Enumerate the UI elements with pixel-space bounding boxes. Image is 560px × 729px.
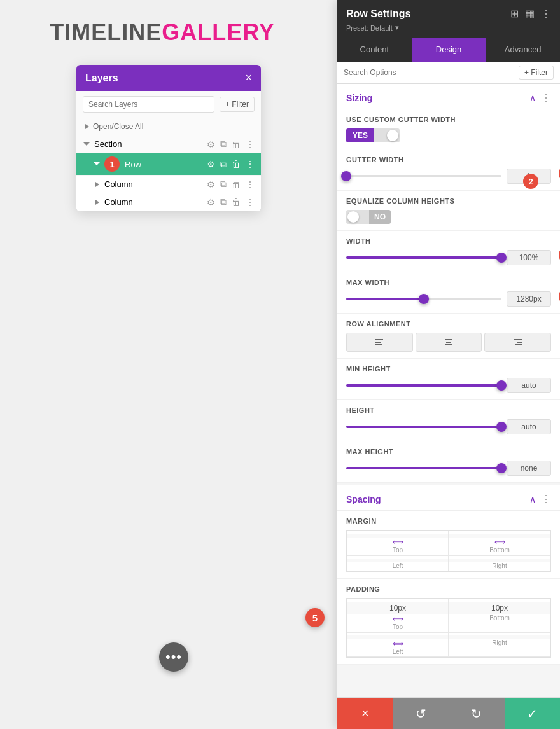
sizing-collapse-icon[interactable]: ∧ xyxy=(529,93,536,103)
layer-item-row[interactable]: 1 Row ⚙ ⧉ 🗑 ⋮ xyxy=(76,153,261,176)
margin-left-cell: Left xyxy=(347,555,449,571)
row-label: Row xyxy=(125,160,207,169)
equalize-toggle[interactable]: NO xyxy=(346,210,551,224)
height-slider-row: auto xyxy=(346,419,551,434)
height-thumb[interactable] xyxy=(496,422,507,432)
spacing-collapse-icon[interactable]: ∧ xyxy=(529,494,536,504)
padding-grid: 10px ⟺ Top 10px Bottom ⟺ Left xyxy=(346,598,551,658)
padding-bottom-value[interactable]: 10px xyxy=(449,602,550,614)
padding-right-cell: Right xyxy=(449,632,550,657)
settings-toolbar: × ↺ ↻ ✓ xyxy=(337,697,560,729)
sizing-more-icon[interactable]: ⋮ xyxy=(541,92,551,104)
undo-button[interactable]: ↺ xyxy=(393,698,449,729)
layers-filter-button[interactable]: + Filter xyxy=(220,97,255,112)
section-label: Section xyxy=(94,139,207,149)
row-copy-icon[interactable]: ⧉ xyxy=(220,159,227,170)
align-center-icon xyxy=(444,337,454,347)
padding-left-cell: ⟺ Left xyxy=(347,632,449,657)
col1-more-icon[interactable]: ⋮ xyxy=(246,179,255,190)
toggle-yes-label: YES xyxy=(346,128,374,142)
max-width-value[interactable]: 1280px xyxy=(507,291,551,307)
align-left-button[interactable] xyxy=(346,333,413,352)
row-delete-icon[interactable]: 🗑 xyxy=(232,159,241,169)
col2-settings-icon[interactable]: ⚙ xyxy=(207,197,215,207)
col1-delete-icon[interactable]: 🗑 xyxy=(232,179,241,190)
delete-icon[interactable]: 🗑 xyxy=(232,139,241,149)
options-search-input[interactable] xyxy=(344,68,515,77)
row-expand-icon xyxy=(93,162,101,168)
custom-gutter-toggle[interactable]: YES xyxy=(346,128,551,142)
layer-item-col2[interactable]: Column ⚙ ⧉ 🗑 ⋮ xyxy=(76,193,261,211)
redo-button[interactable]: ↻ xyxy=(449,698,505,729)
max-height-slider[interactable] xyxy=(346,467,501,469)
layers-close-button[interactable]: × xyxy=(245,71,252,85)
toggle-no-box[interactable] xyxy=(346,210,369,224)
gutter-slider[interactable]: 2 xyxy=(346,175,501,177)
settings-icon[interactable]: ⚙ xyxy=(207,139,215,149)
col2-icons: ⚙ ⧉ 🗑 ⋮ xyxy=(207,197,255,207)
copy-icon[interactable]: ⧉ xyxy=(220,139,227,149)
layers-open-close[interactable]: Open/Close All xyxy=(76,118,261,135)
settings-title-row: Row Settings ⊞ ▦ ⋮ xyxy=(346,8,551,20)
step5-badge: 5 xyxy=(305,608,325,627)
equalize-label: Equalize Column Heights xyxy=(346,197,551,205)
toggle-bar[interactable] xyxy=(374,128,400,142)
row-settings-icon[interactable]: ⚙ xyxy=(207,159,215,169)
padding-left-link-icon[interactable]: ⟺ xyxy=(393,639,403,648)
width-thumb[interactable] xyxy=(496,253,507,263)
col2-more-icon[interactable]: ⋮ xyxy=(246,197,255,207)
align-center-button[interactable] xyxy=(416,333,482,352)
min-height-slider[interactable] xyxy=(346,384,501,387)
columns-icon[interactable]: ▦ xyxy=(525,8,535,20)
row-alignment-buttons xyxy=(346,333,551,352)
width-value[interactable]: 100% xyxy=(507,250,551,265)
options-filter-button[interactable]: + Filter xyxy=(519,66,554,80)
col2-copy-icon[interactable]: ⧉ xyxy=(220,197,227,207)
col2-delete-icon[interactable]: 🗑 xyxy=(232,197,241,207)
row-more-icon[interactable]: ⋮ xyxy=(246,159,255,169)
more-icon[interactable]: ⋮ xyxy=(246,139,255,149)
margin-top-label: Top xyxy=(393,546,403,553)
padding-field: Padding 10px ⟺ Top 10px Bottom ⟺ Left xyxy=(337,579,560,665)
align-right-button[interactable] xyxy=(484,333,551,352)
padding-top-value[interactable]: 10px xyxy=(347,602,448,614)
layers-body: Section ⚙ ⧉ 🗑 ⋮ 1 Row ⚙ ⧉ 🗑 ⋮ xyxy=(76,135,261,211)
padding-top-label: Top xyxy=(393,623,403,630)
width-slider[interactable] xyxy=(346,256,501,259)
col1-settings-icon[interactable]: ⚙ xyxy=(207,179,215,190)
height-label: Height xyxy=(346,406,551,414)
overflow-icon[interactable]: ⋮ xyxy=(541,8,551,20)
max-height-value[interactable]: none xyxy=(507,461,551,476)
custom-gutter-label: Use Custom Gutter Width xyxy=(346,116,551,123)
gutter-thumb[interactable] xyxy=(341,171,351,181)
min-height-value[interactable]: auto xyxy=(507,378,551,393)
min-height-thumb[interactable] xyxy=(496,380,507,391)
layers-search-input[interactable] xyxy=(83,96,214,113)
floating-menu-button[interactable]: ••• xyxy=(159,642,188,672)
layer-item-section[interactable]: Section ⚙ ⧉ 🗑 ⋮ xyxy=(76,135,261,153)
cancel-button[interactable]: × xyxy=(337,698,393,729)
gutter-slider-row: 2 1 xyxy=(346,169,551,184)
max-width-thumb[interactable] xyxy=(419,294,429,304)
height-value[interactable]: auto xyxy=(507,419,551,434)
width-label: Width xyxy=(346,237,551,245)
max-height-thumb[interactable] xyxy=(496,463,507,473)
col2-expand-icon xyxy=(95,200,99,205)
row-alignment-field: Row Alignment xyxy=(337,314,560,359)
tab-content[interactable]: Content xyxy=(337,38,412,62)
save-button[interactable]: ✓ xyxy=(505,698,561,729)
max-width-slider[interactable] xyxy=(346,298,501,300)
layer-item-col1[interactable]: Column ⚙ ⧉ 🗑 ⋮ xyxy=(76,176,261,193)
col1-copy-icon[interactable]: ⧉ xyxy=(220,179,227,190)
spacing-more-icon[interactable]: ⋮ xyxy=(541,493,551,505)
padding-right-label: Right xyxy=(492,639,507,646)
tab-advanced[interactable]: Advanced xyxy=(486,38,560,62)
fullscreen-icon[interactable]: ⊞ xyxy=(510,8,519,20)
margin-top-link-icon[interactable]: ⟺ xyxy=(393,538,403,546)
height-slider[interactable] xyxy=(346,426,501,428)
margin-bottom-link-icon[interactable]: ⟺ xyxy=(494,538,505,546)
padding-link-icon[interactable]: ⟺ xyxy=(393,614,403,623)
tab-design[interactable]: Design xyxy=(412,38,486,62)
settings-content[interactable]: Sizing ∧ ⋮ Use Custom Gutter Width YES xyxy=(337,84,560,697)
left-panel: TIMELINEGALLERY Layers × + Filter Open/C… xyxy=(0,0,337,729)
